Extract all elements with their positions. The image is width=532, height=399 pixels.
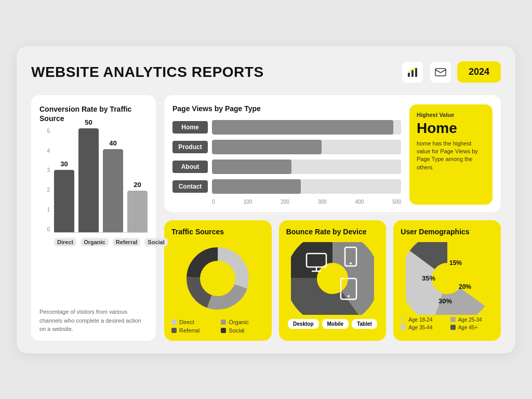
hbar-track-home: [212, 120, 401, 135]
bounce-content: Desktop Mobile Tablet: [286, 242, 379, 329]
y-label-1: 1: [39, 207, 52, 212]
svg-rect-0: [408, 73, 410, 77]
legend-label-social: Social: [229, 327, 244, 334]
xaxis-300: 300: [318, 199, 327, 205]
device-legend-mobile: Mobile: [322, 319, 349, 329]
user-demographics-title: User Demographics: [401, 228, 494, 236]
legend-label-organic: Organic: [229, 319, 249, 325]
bar-group-organic: 50: [78, 118, 99, 232]
hbar-track-about: [212, 159, 401, 174]
hbar-row-home: Home: [172, 120, 401, 135]
xaxis-400: 400: [355, 199, 364, 205]
bar-value-social: 20: [134, 181, 141, 189]
svg-rect-1: [411, 70, 414, 77]
hbar-fill-product: [212, 140, 322, 154]
bar-value-referral: 40: [109, 139, 116, 147]
y-label-0: 0: [39, 227, 52, 232]
xaxis-0: 0: [212, 199, 215, 205]
svg-text:20%: 20%: [459, 283, 471, 290]
traffic-legend: Direct Organic Referral Social: [171, 319, 264, 334]
bar-rect-organic: [78, 128, 99, 232]
legend-age-35-44: Age 35-44: [401, 325, 444, 330]
svg-point-8: [203, 264, 232, 293]
year-button[interactable]: 2024: [457, 61, 501, 83]
y-label-3: 3: [39, 167, 52, 173]
svg-text:15%: 15%: [449, 259, 462, 267]
hbar-row-about: About: [172, 159, 401, 174]
hbar-track-product: [212, 140, 401, 154]
hbar-label-product: Product: [172, 141, 208, 153]
highest-value-label: Highest Value: [417, 112, 485, 118]
bar-value-direct: 30: [60, 160, 68, 168]
hbar-row-product: Product: [172, 140, 401, 154]
dashboard: WEBSITE ANALYTICS REPORTS 2024: [17, 46, 515, 353]
bar-group-referral: 40: [103, 139, 123, 232]
xaxis-100: 100: [244, 199, 252, 205]
page-views-chart: Page Views by Page Type Home Product: [172, 104, 401, 205]
bar-value-organic: 50: [85, 118, 92, 126]
legend-label-age-45plus: Age 45+: [458, 325, 478, 330]
device-legend-tablet: Tablet: [352, 319, 377, 329]
bounce-rate-title: Bounce Rate by Device: [286, 228, 379, 236]
bar-rect-referral: [103, 149, 123, 232]
header: WEBSITE ANALYTICS REPORTS 2024: [31, 61, 501, 84]
bar-rect-social: [127, 191, 148, 232]
hbar-row-contact: Contact: [172, 179, 401, 194]
bounce-rate-card: Bounce Rate by Device: [279, 220, 387, 341]
page-views-title: Page Views by Page Type: [172, 104, 401, 113]
svg-text:35%: 35%: [422, 274, 435, 282]
svg-rect-3: [435, 69, 446, 76]
demo-content: 35% 15% 20% 30% Age 18-24 Age 25-34: [401, 242, 494, 330]
legend-social: Social: [221, 327, 264, 334]
bar-rect-direct: [54, 170, 74, 232]
y-label-4: 4: [39, 148, 52, 154]
y-label-2: 2: [39, 187, 52, 193]
svg-text:30%: 30%: [438, 297, 452, 305]
traffic-sources-card: Traffic Sources: [164, 220, 272, 341]
header-actions: 2024: [401, 61, 501, 84]
bar-group-social: 20: [127, 181, 148, 232]
hbar-label-contact: Contact: [172, 180, 208, 193]
xaxis-500: 500: [392, 199, 401, 205]
legend-label-age-25-34: Age 25-34: [458, 317, 482, 323]
legend-organic: Organic: [221, 319, 264, 325]
device-legend: Desktop Mobile Tablet: [288, 319, 377, 329]
bounce-donut-chart: [291, 242, 374, 315]
demographics-pie-chart: 35% 15% 20% 30%: [406, 242, 489, 315]
bar-group-direct: 30: [54, 160, 74, 232]
traffic-donut-chart: [181, 242, 254, 315]
legend-dot-direct: [171, 320, 177, 325]
highest-value-desc: home has the highest value for Page View…: [417, 140, 485, 172]
legend-age-25-34: Age 25-34: [450, 317, 494, 323]
legend-label-referral: Referral: [179, 327, 200, 334]
page-title: WEBSITE ANALYTICS REPORTS: [31, 64, 264, 81]
bar-label-referral: Referral: [113, 238, 141, 246]
svg-point-16: [350, 262, 352, 264]
hbar-label-about: About: [172, 161, 208, 173]
conversion-description: Percentage of visitors from various chan…: [39, 308, 148, 334]
hbar-fill-contact: [212, 179, 301, 194]
legend-dot-organic: [221, 320, 226, 325]
bar-label-direct: Direct: [54, 238, 76, 246]
y-axis: 5 4 3 2 1 0: [39, 128, 52, 232]
hbar-xaxis: 0 100 200 300 400 500: [212, 199, 401, 205]
hbar-track-contact: [212, 179, 401, 194]
legend-label-age-35-44: Age 35-44: [408, 325, 432, 330]
legend-label-direct: Direct: [179, 319, 194, 325]
bar-chart: 5 4 3 2 1 0 30 50: [39, 128, 148, 302]
legend-referral: Referral: [171, 327, 215, 334]
y-label-5: 5: [39, 128, 52, 134]
legend-dot-age-25-34: [450, 317, 456, 322]
legend-dot-social: [221, 328, 226, 333]
legend-age-18-24: Age 18-24: [401, 317, 444, 323]
hbar-fill-about: [212, 159, 291, 174]
bar-label-organic: Organic: [81, 238, 109, 246]
bottom-row: Traffic Sources: [164, 220, 501, 341]
chart-icon-button[interactable]: [401, 61, 424, 84]
main-grid: Conversion Rate by Traffic Source 5 4 3 …: [31, 95, 501, 341]
xaxis-200: 200: [281, 199, 289, 205]
legend-dot-age-45plus: [450, 325, 456, 330]
mail-icon-button[interactable]: [429, 61, 452, 84]
user-demographics-card: User Demographics 35% 15% 20%: [393, 220, 501, 341]
legend-dot-referral: [171, 328, 177, 333]
